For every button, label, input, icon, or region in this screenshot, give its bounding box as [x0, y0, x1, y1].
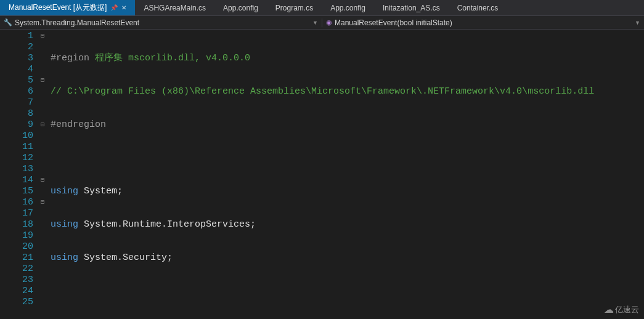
fold-toggle[interactable]: ⊟ [37, 175, 48, 186]
watermark-text: 亿速云 [615, 304, 639, 315]
tab-label: ManualResetEvent [从元数据] [9, 2, 107, 13]
pin-icon[interactable]: 📌 [110, 4, 118, 11]
member-name: ManualResetEvent(bool initialState) [335, 18, 452, 27]
fold-toggle[interactable]: ⊟ [37, 31, 48, 42]
chevron-down-icon: ▼ [312, 20, 318, 26]
cloud-icon: ☁ [604, 304, 613, 315]
nav-bar: 🔧 System.Threading.ManualResetEvent ▼ ◉ … [0, 16, 644, 30]
fold-toggle[interactable]: ⊟ [37, 75, 48, 86]
fold-column: ⊟ ⊟ ⊟ ⊟ ⊟ [37, 30, 48, 319]
tab-bar: ManualResetEvent [从元数据] 📌 ✕ ASHGAreaMain… [0, 0, 644, 16]
code-area[interactable]: #region 程序集 mscorlib.dll, v4.0.0.0 // C:… [48, 30, 644, 319]
line-numbers: 12345 678910 1112131415 1617181920 21222… [0, 30, 37, 319]
watermark: ☁ 亿速云 [604, 304, 639, 315]
wrench-icon: 🔧 [4, 18, 12, 26]
fold-toggle[interactable]: ⊟ [37, 119, 48, 131]
tab-ashgareamain[interactable]: ASHGAreaMain.cs [135, 0, 214, 15]
tab-program[interactable]: Program.cs [267, 0, 322, 15]
close-icon[interactable]: ✕ [121, 4, 126, 11]
fold-toggle[interactable]: ⊟ [37, 197, 48, 208]
tab-container[interactable]: Container.cs [449, 0, 507, 15]
tab-appconfig-2[interactable]: App.config [322, 0, 374, 15]
tab-appconfig-1[interactable]: App.config [214, 0, 267, 15]
chevron-down-icon: ▼ [635, 20, 640, 26]
type-selector[interactable]: 🔧 System.Threading.ManualResetEvent ▼ [0, 18, 322, 27]
tab-manualresetevent[interactable]: ManualResetEvent [从元数据] 📌 ✕ [0, 0, 135, 15]
type-name: System.Threading.ManualResetEvent [15, 18, 139, 27]
code-editor[interactable]: 12345 678910 1112131415 1617181920 21222… [0, 30, 644, 319]
member-selector[interactable]: ◉ ManualResetEvent(bool initialState) ▼ [322, 18, 644, 27]
tab-initazation[interactable]: Initazation_AS.cs [374, 0, 449, 15]
cube-icon: ◉ [326, 18, 332, 26]
